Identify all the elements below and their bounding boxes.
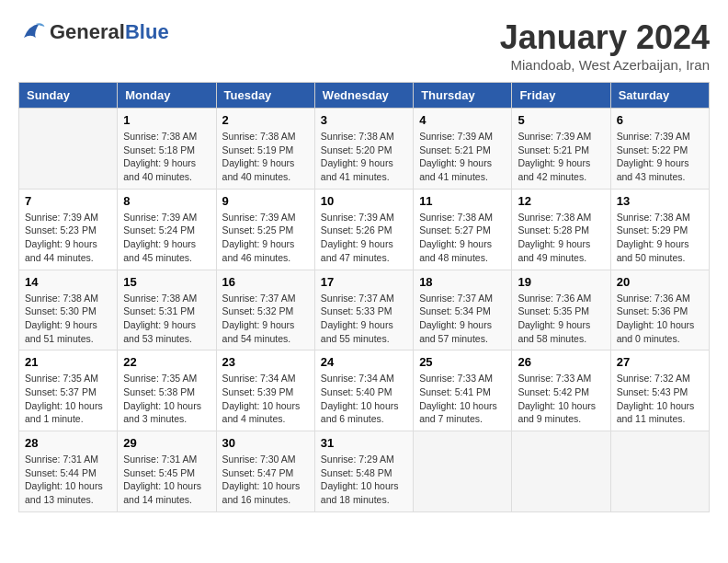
day-info: Sunrise: 7:35 AM Sunset: 5:38 PM Dayligh… <box>123 372 210 426</box>
day-number: 5 <box>518 113 604 127</box>
calendar-week-row: 28Sunrise: 7:31 AM Sunset: 5:44 PM Dayli… <box>19 431 710 512</box>
day-info: Sunrise: 7:39 AM Sunset: 5:24 PM Dayligh… <box>123 211 210 265</box>
calendar-cell: 17Sunrise: 7:37 AM Sunset: 5:33 PM Dayli… <box>314 270 413 350</box>
day-number: 27 <box>617 355 703 369</box>
calendar-cell <box>610 431 709 512</box>
calendar-cell: 18Sunrise: 7:37 AM Sunset: 5:34 PM Dayli… <box>414 270 512 350</box>
day-number: 22 <box>123 355 210 369</box>
calendar-cell: 7Sunrise: 7:39 AM Sunset: 5:23 PM Daylig… <box>19 189 118 270</box>
calendar-cell: 13Sunrise: 7:38 AM Sunset: 5:29 PM Dayli… <box>610 189 709 270</box>
location: Miandoab, West Azerbaijan, Iran <box>500 57 710 73</box>
calendar-cell: 25Sunrise: 7:33 AM Sunset: 5:41 PM Dayli… <box>414 350 512 431</box>
calendar-header-row: SundayMondayTuesdayWednesdayThursdayFrid… <box>19 83 710 109</box>
day-number: 13 <box>617 194 703 208</box>
day-info: Sunrise: 7:38 AM Sunset: 5:30 PM Dayligh… <box>25 292 111 346</box>
calendar-header-saturday: Saturday <box>610 83 709 109</box>
day-number: 3 <box>321 113 407 127</box>
day-info: Sunrise: 7:39 AM Sunset: 5:26 PM Dayligh… <box>321 211 407 265</box>
calendar-cell: 14Sunrise: 7:38 AM Sunset: 5:30 PM Dayli… <box>19 270 118 350</box>
day-info: Sunrise: 7:30 AM Sunset: 5:47 PM Dayligh… <box>222 453 309 507</box>
calendar-header-thursday: Thursday <box>414 83 512 109</box>
logo: GeneralBlue <box>18 18 169 46</box>
calendar-header-monday: Monday <box>118 83 216 109</box>
day-number: 31 <box>321 436 407 450</box>
day-number: 11 <box>419 194 506 208</box>
calendar-cell: 30Sunrise: 7:30 AM Sunset: 5:47 PM Dayli… <box>216 431 314 512</box>
day-info: Sunrise: 7:37 AM Sunset: 5:33 PM Dayligh… <box>321 292 407 346</box>
day-number: 18 <box>419 275 506 289</box>
day-number: 2 <box>222 113 309 127</box>
calendar-body: 1Sunrise: 7:38 AM Sunset: 5:18 PM Daylig… <box>19 109 710 512</box>
day-info: Sunrise: 7:33 AM Sunset: 5:42 PM Dayligh… <box>518 372 604 426</box>
calendar-cell: 8Sunrise: 7:39 AM Sunset: 5:24 PM Daylig… <box>118 189 216 270</box>
day-info: Sunrise: 7:38 AM Sunset: 5:29 PM Dayligh… <box>617 211 703 265</box>
calendar-week-row: 21Sunrise: 7:35 AM Sunset: 5:37 PM Dayli… <box>19 350 710 431</box>
day-number: 24 <box>321 355 407 369</box>
calendar-cell: 23Sunrise: 7:34 AM Sunset: 5:39 PM Dayli… <box>216 350 314 431</box>
day-info: Sunrise: 7:37 AM Sunset: 5:32 PM Dayligh… <box>222 292 309 346</box>
day-info: Sunrise: 7:37 AM Sunset: 5:34 PM Dayligh… <box>419 292 506 346</box>
calendar-week-row: 14Sunrise: 7:38 AM Sunset: 5:30 PM Dayli… <box>19 270 710 350</box>
day-number: 10 <box>321 194 407 208</box>
day-info: Sunrise: 7:38 AM Sunset: 5:31 PM Dayligh… <box>123 292 210 346</box>
day-number: 29 <box>123 436 210 450</box>
calendar-week-row: 1Sunrise: 7:38 AM Sunset: 5:18 PM Daylig… <box>19 109 710 190</box>
calendar-cell: 26Sunrise: 7:33 AM Sunset: 5:42 PM Dayli… <box>512 350 610 431</box>
day-info: Sunrise: 7:36 AM Sunset: 5:36 PM Dayligh… <box>617 292 703 346</box>
day-number: 4 <box>419 113 506 127</box>
calendar-cell: 31Sunrise: 7:29 AM Sunset: 5:48 PM Dayli… <box>314 431 413 512</box>
day-info: Sunrise: 7:34 AM Sunset: 5:39 PM Dayligh… <box>222 372 309 426</box>
calendar-header-friday: Friday <box>512 83 610 109</box>
calendar-cell: 29Sunrise: 7:31 AM Sunset: 5:45 PM Dayli… <box>118 431 216 512</box>
page-header: GeneralBlue January 2024 Miandoab, West … <box>18 18 710 73</box>
day-info: Sunrise: 7:39 AM Sunset: 5:23 PM Dayligh… <box>25 211 111 265</box>
calendar-week-row: 7Sunrise: 7:39 AM Sunset: 5:23 PM Daylig… <box>19 189 710 270</box>
day-info: Sunrise: 7:38 AM Sunset: 5:18 PM Dayligh… <box>123 130 210 184</box>
day-number: 14 <box>25 275 111 289</box>
title-area: January 2024 Miandoab, West Azerbaijan, … <box>500 18 710 73</box>
calendar-cell: 1Sunrise: 7:38 AM Sunset: 5:18 PM Daylig… <box>118 109 216 190</box>
day-info: Sunrise: 7:38 AM Sunset: 5:19 PM Dayligh… <box>222 130 309 184</box>
day-number: 28 <box>25 436 111 450</box>
calendar-cell: 22Sunrise: 7:35 AM Sunset: 5:38 PM Dayli… <box>118 350 216 431</box>
calendar-cell: 9Sunrise: 7:39 AM Sunset: 5:25 PM Daylig… <box>216 189 314 270</box>
day-info: Sunrise: 7:38 AM Sunset: 5:28 PM Dayligh… <box>518 211 604 265</box>
day-info: Sunrise: 7:31 AM Sunset: 5:44 PM Dayligh… <box>25 453 111 507</box>
day-number: 6 <box>617 113 703 127</box>
calendar-cell: 10Sunrise: 7:39 AM Sunset: 5:26 PM Dayli… <box>314 189 413 270</box>
calendar-table: SundayMondayTuesdayWednesdayThursdayFrid… <box>18 82 710 512</box>
calendar-cell <box>414 431 512 512</box>
day-number: 30 <box>222 436 309 450</box>
day-info: Sunrise: 7:39 AM Sunset: 5:22 PM Dayligh… <box>617 130 703 184</box>
day-number: 8 <box>123 194 210 208</box>
calendar-cell: 16Sunrise: 7:37 AM Sunset: 5:32 PM Dayli… <box>216 270 314 350</box>
day-info: Sunrise: 7:38 AM Sunset: 5:27 PM Dayligh… <box>419 211 506 265</box>
day-info: Sunrise: 7:34 AM Sunset: 5:40 PM Dayligh… <box>321 372 407 426</box>
calendar-cell: 5Sunrise: 7:39 AM Sunset: 5:21 PM Daylig… <box>512 109 610 190</box>
calendar-cell: 28Sunrise: 7:31 AM Sunset: 5:44 PM Dayli… <box>19 431 118 512</box>
day-info: Sunrise: 7:29 AM Sunset: 5:48 PM Dayligh… <box>321 453 407 507</box>
day-info: Sunrise: 7:32 AM Sunset: 5:43 PM Dayligh… <box>617 372 703 426</box>
day-info: Sunrise: 7:39 AM Sunset: 5:25 PM Dayligh… <box>222 211 309 265</box>
day-number: 1 <box>123 113 210 127</box>
day-info: Sunrise: 7:33 AM Sunset: 5:41 PM Dayligh… <box>419 372 506 426</box>
day-number: 9 <box>222 194 309 208</box>
day-number: 21 <box>25 355 111 369</box>
calendar-cell: 4Sunrise: 7:39 AM Sunset: 5:21 PM Daylig… <box>414 109 512 190</box>
calendar-header-sunday: Sunday <box>19 83 118 109</box>
day-number: 26 <box>518 355 604 369</box>
calendar-cell: 19Sunrise: 7:36 AM Sunset: 5:35 PM Dayli… <box>512 270 610 350</box>
calendar-cell <box>512 431 610 512</box>
day-number: 15 <box>123 275 210 289</box>
calendar-cell: 27Sunrise: 7:32 AM Sunset: 5:43 PM Dayli… <box>610 350 709 431</box>
calendar-cell: 20Sunrise: 7:36 AM Sunset: 5:36 PM Dayli… <box>610 270 709 350</box>
calendar-cell: 15Sunrise: 7:38 AM Sunset: 5:31 PM Dayli… <box>118 270 216 350</box>
calendar-cell: 11Sunrise: 7:38 AM Sunset: 5:27 PM Dayli… <box>414 189 512 270</box>
day-info: Sunrise: 7:38 AM Sunset: 5:20 PM Dayligh… <box>321 130 407 184</box>
calendar-cell: 6Sunrise: 7:39 AM Sunset: 5:22 PM Daylig… <box>610 109 709 190</box>
day-number: 16 <box>222 275 309 289</box>
day-info: Sunrise: 7:39 AM Sunset: 5:21 PM Dayligh… <box>419 130 506 184</box>
calendar-header-tuesday: Tuesday <box>216 83 314 109</box>
day-info: Sunrise: 7:31 AM Sunset: 5:45 PM Dayligh… <box>123 453 210 507</box>
day-number: 17 <box>321 275 407 289</box>
